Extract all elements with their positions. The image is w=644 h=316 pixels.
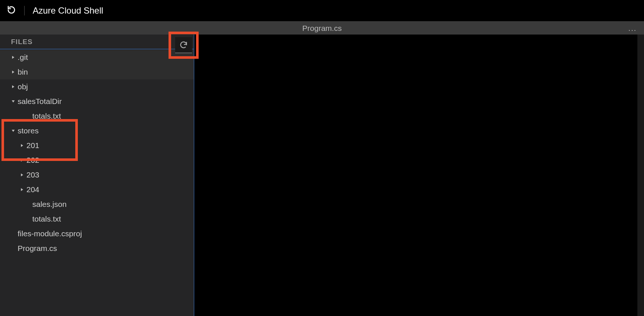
tree-item-label: obj	[18, 82, 28, 91]
svg-marker-1	[12, 71, 14, 73]
active-tab-title[interactable]: Program.cs	[302, 24, 341, 33]
refresh-icon	[179, 40, 188, 49]
tree-item-label: Program.cs	[18, 244, 57, 253]
refresh-button[interactable]	[175, 37, 192, 53]
chevron-right-icon[interactable]	[20, 188, 24, 191]
tree-item-label: 201	[26, 141, 39, 150]
tree-item-label: .git	[18, 53, 28, 62]
app-header: Azure Cloud Shell	[0, 0, 644, 21]
tree-item[interactable]: .git	[0, 50, 194, 65]
tree-item[interactable]: files-module.csproj	[0, 226, 194, 241]
svg-marker-0	[12, 56, 14, 59]
chevron-right-icon[interactable]	[20, 158, 24, 162]
tree-item[interactable]: obj	[0, 79, 194, 94]
editor-area[interactable]	[194, 35, 644, 316]
tree-item[interactable]: totals.txt	[0, 109, 194, 123]
svg-marker-6	[21, 159, 23, 162]
tree-item[interactable]: 202	[0, 153, 194, 168]
files-header-label: FILES	[11, 38, 33, 46]
tree-item-label: stores	[18, 126, 39, 135]
tree-item[interactable]: 204	[0, 182, 194, 197]
svg-marker-4	[12, 130, 15, 132]
tree-item-label: bin	[18, 68, 28, 76]
refresh-highlight-box	[169, 32, 199, 59]
tree-item-label: salesTotalDir	[18, 97, 62, 106]
tree-item-label: totals.txt	[32, 215, 61, 223]
svg-marker-8	[21, 188, 23, 191]
tree-item[interactable]: stores	[0, 123, 194, 138]
chevron-down-icon[interactable]	[11, 100, 15, 103]
chevron-right-icon[interactable]	[20, 173, 24, 177]
tree-item[interactable]: salesTotalDir	[0, 94, 194, 109]
chevron-right-icon[interactable]	[11, 85, 15, 89]
tree-item[interactable]: bin	[0, 65, 194, 79]
tree-item-label: 203	[26, 170, 39, 179]
chevron-right-icon[interactable]	[11, 70, 15, 74]
tree-item[interactable]: 201	[0, 138, 194, 153]
chevron-right-icon[interactable]	[11, 55, 15, 59]
restart-icon[interactable]	[7, 5, 16, 16]
tree-item-label: files-module.csproj	[18, 229, 82, 238]
workspace: FILES .gitbinobjsalesTotalDirtotals.txts…	[0, 35, 644, 316]
tree-item-label: totals.txt	[32, 112, 61, 121]
editor-scrollbar[interactable]	[637, 35, 644, 316]
svg-marker-2	[12, 85, 14, 88]
svg-marker-3	[12, 100, 15, 103]
more-icon[interactable]: ...	[628, 24, 637, 32]
editor-tab-bar: Program.cs ...	[0, 21, 644, 35]
tree-item[interactable]: Program.cs	[0, 241, 194, 256]
tree-item[interactable]: sales.json	[0, 197, 194, 212]
chevron-down-icon[interactable]	[11, 129, 15, 133]
tree-item-label: 202	[26, 156, 39, 165]
header-divider	[24, 6, 25, 15]
chevron-right-icon[interactable]	[20, 144, 24, 147]
app-title: Azure Cloud Shell	[33, 6, 103, 16]
file-tree[interactable]: .gitbinobjsalesTotalDirtotals.txtstores2…	[0, 49, 194, 256]
file-explorer-sidebar: FILES .gitbinobjsalesTotalDirtotals.txts…	[0, 35, 194, 316]
tree-item[interactable]: 203	[0, 168, 194, 182]
files-header: FILES	[0, 35, 194, 49]
tree-item-label: 204	[26, 185, 39, 194]
tree-item-label: sales.json	[32, 200, 66, 209]
tree-item[interactable]: totals.txt	[0, 212, 194, 226]
svg-marker-5	[21, 144, 23, 147]
svg-marker-7	[21, 173, 23, 176]
